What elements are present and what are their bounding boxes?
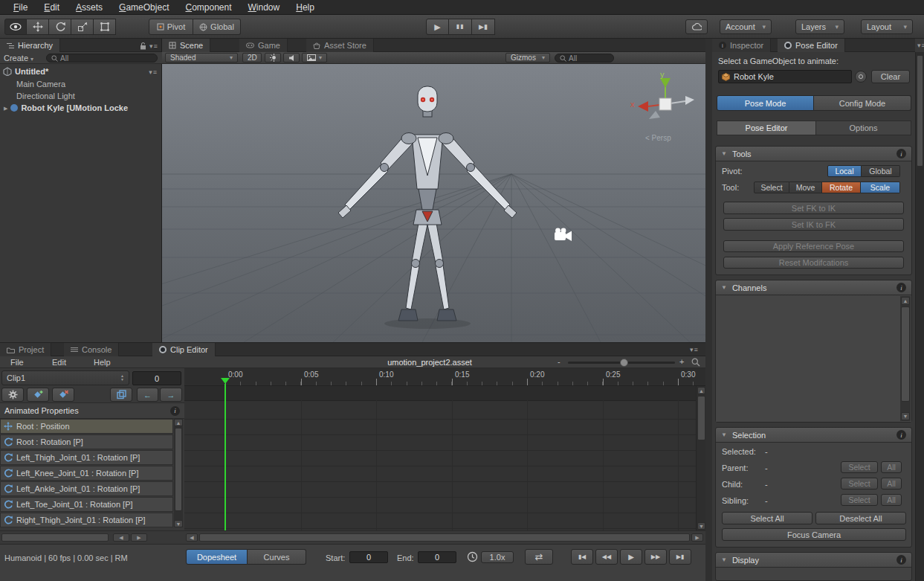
tool-rotate-button[interactable]: Rotate [822, 182, 861, 193]
pivot-local-button[interactable]: Local [827, 165, 862, 177]
clip-settings-button[interactable] [1, 388, 24, 402]
copy-pose-button[interactable] [110, 388, 132, 402]
step-button[interactable]: ▶▮ [472, 19, 495, 35]
foldout-icon[interactable]: ▼ [721, 284, 727, 291]
tab-hierarchy[interactable]: Hierarchy [0, 39, 60, 52]
zoom-slider[interactable] [568, 362, 675, 364]
playhead-handle[interactable] [221, 378, 230, 384]
clip-help-menu[interactable]: Help [85, 356, 120, 368]
foldout-icon[interactable]: ▼ [721, 431, 727, 438]
apply-reference-pose-button[interactable]: Apply Reference Pose [723, 240, 904, 252]
clip-file-menu[interactable]: File [1, 356, 33, 368]
info-icon[interactable]: i [896, 149, 906, 158]
object-picker-button[interactable] [855, 71, 867, 83]
deselect-all-button[interactable]: Deselect All [815, 512, 906, 524]
scroll-up-icon[interactable]: ▲ [901, 297, 910, 305]
hierarchy-item-directional-light[interactable]: Directional Light [0, 90, 162, 102]
channels-header[interactable]: ▼ Channels i [716, 280, 911, 295]
scrollbar-thumb[interactable] [917, 55, 923, 167]
scrollbar-thumb[interactable] [1, 533, 109, 542]
play-button[interactable]: ▶ [426, 19, 449, 35]
hierarchy-item-main-camera[interactable]: Main Camera [0, 78, 162, 90]
layers-dropdown[interactable]: Layers ▾ [795, 19, 844, 34]
tools-header[interactable]: ▼ Tools i [716, 147, 911, 161]
end-field[interactable] [418, 551, 456, 563]
scene-viewport[interactable]: y x < Persp [162, 64, 705, 342]
menu-component[interactable]: Component [178, 1, 239, 14]
delete-key-button[interactable] [52, 388, 74, 402]
frame-field[interactable] [132, 371, 181, 385]
gizmos-dropdown[interactable]: Gizmos ▾ [505, 53, 550, 62]
focus-camera-button[interactable]: Focus Camera [722, 528, 906, 541]
previous-frame-button[interactable]: ◀◀ [595, 549, 618, 565]
scroll-left-icon[interactable]: ◀ [186, 533, 198, 542]
zoom-out-icon[interactable]: - [558, 357, 560, 366]
2d-toggle[interactable]: 2D [242, 53, 262, 62]
info-icon[interactable]: i [170, 406, 180, 416]
tab-asset-store[interactable]: Asset Store [306, 39, 374, 52]
timeline-ruler[interactable]: 0:00 0:05 0:10 0:15 0:20 0:25 0:30 [184, 368, 705, 386]
tab-pose-editor-sub[interactable]: Pose Editor [717, 121, 816, 135]
dopesheet-tab[interactable]: Dopesheet [186, 549, 248, 565]
panel-scrollbar[interactable] [915, 52, 924, 581]
account-dropdown[interactable]: Account ▾ [720, 19, 772, 34]
timeline-hscrollbar[interactable]: ◀ ▶ [184, 530, 705, 544]
display-header[interactable]: ▼ Display i [716, 553, 911, 568]
playback-speed-dropdown[interactable]: 1.0x [481, 551, 514, 563]
scrollbar-thumb[interactable] [199, 533, 690, 542]
child-select-button[interactable]: Select [841, 478, 878, 489]
scrollbar-thumb[interactable] [697, 396, 705, 440]
child-all-button[interactable]: All [881, 478, 902, 489]
tab-inspector[interactable]: i Inspector [712, 39, 771, 52]
set-fk-to-ik-button[interactable]: Set FK to IK [723, 202, 904, 214]
scroll-right-icon[interactable]: ▶ [691, 533, 703, 542]
sibling-select-button[interactable]: Select [841, 494, 878, 506]
select-all-button[interactable]: Select All [722, 512, 812, 524]
scrollbar-thumb[interactable] [175, 428, 182, 511]
pivot-global-button[interactable]: Global [862, 165, 900, 177]
scrollbar-thumb[interactable] [901, 306, 910, 402]
curves-tab[interactable]: Curves [248, 549, 306, 565]
properties-scrollbar[interactable]: ▲ ▼ [174, 419, 183, 527]
selection-header[interactable]: ▼ Selection i [716, 428, 911, 443]
property-row[interactable]: Left_Thigh_Joint_01 : Rotation [P] [0, 450, 173, 465]
panel-menu-icon[interactable]: ▾≡ [149, 42, 158, 50]
timeline-vscrollbar[interactable]: ▲ ▼ [696, 386, 705, 530]
search-icon[interactable] [691, 358, 700, 367]
property-row[interactable]: Root : Rotation [P] [0, 434, 173, 449]
lock-icon[interactable] [140, 42, 146, 50]
menu-gameobject[interactable]: GameObject [112, 1, 176, 14]
menu-assets[interactable]: Assets [68, 1, 110, 14]
tab-options-sub[interactable]: Options [816, 121, 911, 135]
scroll-right-icon[interactable]: ▶ [131, 533, 147, 542]
add-key-button[interactable] [27, 388, 49, 402]
playhead-line[interactable] [224, 384, 226, 530]
scene-search-input[interactable]: All [555, 54, 614, 62]
foldout-icon[interactable]: ▼ [721, 150, 727, 157]
property-row[interactable]: Right_Thigh_Joint_01 : Rotation [P] [0, 513, 173, 527]
scroll-up-icon[interactable]: ▲ [697, 387, 705, 394]
scale-tool-button[interactable] [71, 19, 94, 35]
scroll-down-icon[interactable]: ▼ [901, 412, 910, 420]
effects-dropdown[interactable]: ▾ [302, 53, 327, 62]
menu-window[interactable]: Window [241, 1, 288, 14]
scroll-down-icon[interactable]: ▼ [174, 520, 183, 527]
global-toggle[interactable]: Global [193, 19, 241, 35]
timeline-tracks[interactable]: ▲ ▼ [184, 386, 705, 530]
scene-root-item[interactable]: Untitled* ▾≡ [0, 65, 162, 77]
pivot-toggle[interactable]: Pivot [149, 19, 193, 35]
sibling-all-button[interactable]: All [881, 494, 902, 506]
start-field[interactable] [349, 551, 388, 563]
prev-key-button[interactable]: ← [137, 388, 158, 402]
menu-file[interactable]: File [6, 1, 35, 14]
tool-select-button[interactable]: Select [754, 182, 789, 193]
info-icon[interactable]: i [896, 283, 906, 292]
channels-scrollbar[interactable]: ▲ ▼ [900, 296, 911, 421]
rect-tool-button[interactable] [94, 19, 116, 35]
next-key-button[interactable]: → [160, 388, 182, 402]
pause-button[interactable]: ▮▮ [449, 19, 472, 35]
zoom-in-icon[interactable]: + [679, 357, 684, 366]
property-row[interactable]: Left_Ankle_Joint_01 : Rotation [P] [0, 481, 173, 496]
create-button[interactable]: Create ▾ [4, 54, 33, 62]
tab-console[interactable]: Console [64, 343, 119, 356]
